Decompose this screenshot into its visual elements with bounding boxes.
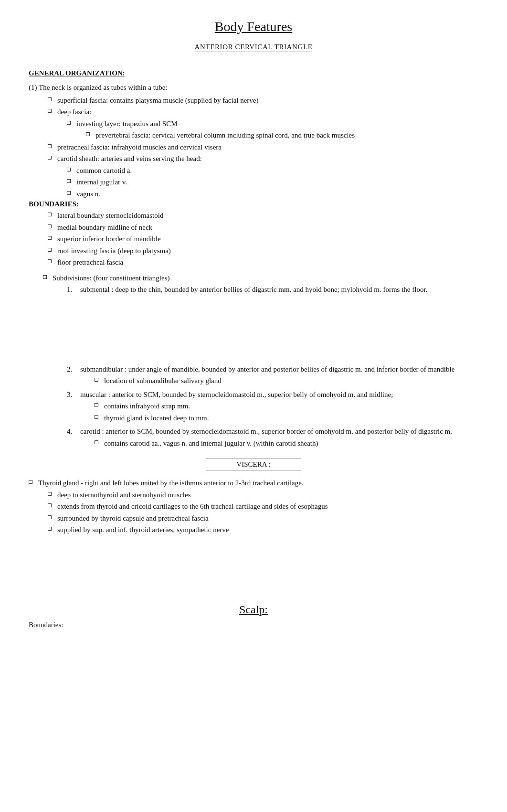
list-item: contains carotid aa., vagus n. and inter… — [95, 438, 478, 449]
list-item: 4. carotid : anterior to SCM, bounded by… — [67, 426, 478, 449]
neck-intro: (1) The neck is organized as tubes withi… — [29, 82, 478, 93]
list-item: superior inferior border of mandible — [48, 234, 478, 245]
list-item: extends from thyroid and cricoid cartila… — [48, 501, 478, 512]
thyroid-main: Thyroid gland - right and left lobes uni… — [29, 478, 478, 489]
list-item: carotid sheath: arteries and veins servi… — [48, 153, 478, 164]
general-org-label: GENERAL ORGANIZATION: — [29, 69, 478, 77]
list-item: 2. submandibular : under angle of mandib… — [67, 364, 478, 387]
scalp-heading: Scalp: — [29, 603, 478, 616]
list-item: vagus n. — [67, 189, 478, 200]
boundaries-sub: Boundaries: — [29, 621, 478, 629]
boundaries-label: BOUNDARIES: — [29, 200, 478, 208]
list-item: deep to sternothyroid and sternohyoid mu… — [48, 490, 478, 501]
list-item: roof investing fascia (deep to platysma) — [48, 246, 478, 256]
list-item: 3. muscular : anterior to SCM, bounded b… — [67, 389, 478, 425]
list-item: superficial fascia: contains platysma mu… — [48, 95, 478, 106]
list-item: location of submandibular salivary gland — [95, 375, 478, 386]
list-item: lateral boundary sternocleidomastoid — [48, 210, 478, 221]
subdivisions-header: Subdivisions: (four constituent triangle… — [43, 273, 478, 284]
page-title: Body Features — [29, 19, 478, 34]
list-item: investing layer: trapezius and SCM — [67, 118, 478, 129]
list-item: supplied by sup. and inf. thyroid arteri… — [48, 524, 478, 535]
list-item: deep fascia: — [48, 107, 478, 118]
list-item: internal jugular v. — [67, 177, 478, 188]
list-item: surrounded by thyroid capsule and pretra… — [48, 513, 478, 524]
list-item: contains infrahyoid strap mm. — [95, 401, 478, 412]
list-item: 1. submental : deep to the chin, bounded… — [67, 284, 478, 295]
list-item: pretracheal fascia: infrahyoid muscles a… — [48, 142, 478, 153]
list-item: floor pretracheal fascia — [48, 257, 478, 268]
list-item: thyroid gland is located deep to mm. — [95, 413, 478, 424]
list-item: common cartotid a. — [67, 165, 478, 176]
list-item: prevertebral fascia: cervical vertebral … — [86, 130, 478, 141]
list-item: medial boundary midline of neck — [48, 222, 478, 233]
section-heading: ANTERIOR CERVICAL TRIANGLE — [195, 43, 313, 52]
viscera-heading: VISCERA : — [206, 458, 301, 471]
